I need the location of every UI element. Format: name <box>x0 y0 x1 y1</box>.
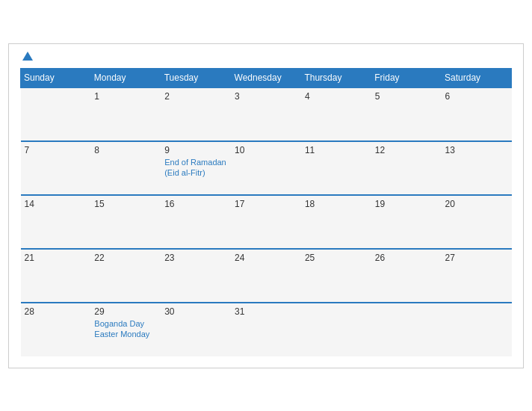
day-number: 9 <box>164 145 227 155</box>
calendar-cell: 6 <box>442 87 512 141</box>
day-number: 20 <box>445 199 508 209</box>
calendar-cell: 12 <box>371 141 442 195</box>
calendar-cell: 23 <box>161 249 231 303</box>
calendar-cell: 26 <box>371 249 442 303</box>
day-number: 12 <box>375 145 438 155</box>
calendar-cell: 20 <box>442 195 512 249</box>
day-number: 14 <box>25 199 87 209</box>
day-number: 17 <box>235 199 297 209</box>
weekday-header-row: SundayMondayTuesdayWednesdayThursdayFrid… <box>21 68 512 87</box>
holiday-label: Boganda Day <box>94 318 157 329</box>
holiday-label: Easter Monday <box>94 329 157 339</box>
day-number: 10 <box>235 145 297 155</box>
calendar-cell: 30 <box>161 303 231 356</box>
day-number: 24 <box>235 253 297 263</box>
day-number: 28 <box>25 306 87 317</box>
calendar-cell: 29Boganda DayEaster Monday <box>90 303 161 356</box>
logo-blue-text <box>20 52 33 61</box>
day-number: 31 <box>235 306 297 317</box>
logo <box>20 52 33 61</box>
day-number: 2 <box>164 91 227 102</box>
calendar-cell: 13 <box>442 141 512 195</box>
calendar-cell: 1 <box>90 87 161 141</box>
calendar-week-row: 21222324252627 <box>21 249 512 303</box>
weekday-header-thursday: Thursday <box>301 68 371 87</box>
calendar-cell: 15 <box>90 195 161 249</box>
calendar-cell: 27 <box>442 249 512 303</box>
day-number: 30 <box>164 306 227 317</box>
day-number: 22 <box>94 253 157 263</box>
day-number: 11 <box>305 145 368 155</box>
calendar-cell: 8 <box>90 141 161 195</box>
calendar-cell: 25 <box>301 249 371 303</box>
calendar-header <box>20 52 512 61</box>
weekday-header-tuesday: Tuesday <box>161 68 231 87</box>
day-number: 7 <box>25 145 87 155</box>
day-number: 3 <box>235 91 297 102</box>
day-number: 25 <box>305 253 368 263</box>
day-number: 15 <box>94 199 157 209</box>
calendar-cell: 22 <box>90 249 161 303</box>
day-number: 16 <box>164 199 227 209</box>
day-number: 21 <box>25 253 87 263</box>
calendar-container: SundayMondayTuesdayWednesdayThursdayFrid… <box>8 43 524 368</box>
calendar-week-row: 14151617181920 <box>21 195 512 249</box>
calendar-cell: 11 <box>301 141 371 195</box>
calendar-cell: 24 <box>231 249 301 303</box>
calendar-cell <box>21 87 91 141</box>
calendar-cell: 19 <box>371 195 442 249</box>
logo-triangle-icon <box>22 52 33 61</box>
calendar-cell: 17 <box>231 195 301 249</box>
weekday-header-friday: Friday <box>371 68 442 87</box>
calendar-cell: 21 <box>21 249 91 303</box>
weekday-header-sunday: Sunday <box>21 68 91 87</box>
weekday-header-monday: Monday <box>90 68 161 87</box>
day-number: 4 <box>305 91 368 102</box>
calendar-cell: 18 <box>301 195 371 249</box>
weekday-header-saturday: Saturday <box>442 68 512 87</box>
calendar-cell: 31 <box>231 303 301 356</box>
day-number: 26 <box>375 253 438 263</box>
calendar-cell: 5 <box>371 87 442 141</box>
day-number: 5 <box>375 91 438 102</box>
day-number: 8 <box>94 145 157 155</box>
calendar-cell: 16 <box>161 195 231 249</box>
day-number: 23 <box>164 253 227 263</box>
day-number: 19 <box>375 199 438 209</box>
day-number: 29 <box>94 306 157 317</box>
day-number: 27 <box>445 253 508 263</box>
calendar-week-row: 2829Boganda DayEaster Monday3031 <box>21 303 512 356</box>
day-number: 1 <box>94 91 157 102</box>
calendar-cell <box>442 303 512 356</box>
calendar-cell: 7 <box>21 141 91 195</box>
calendar-cell: 9End of Ramadan (Eid al-Fitr) <box>161 141 231 195</box>
calendar-cell: 28 <box>21 303 91 356</box>
calendar-table: SundayMondayTuesdayWednesdayThursdayFrid… <box>20 68 512 356</box>
calendar-week-row: 789End of Ramadan (Eid al-Fitr)10111213 <box>21 141 512 195</box>
day-number: 13 <box>445 145 508 155</box>
calendar-cell <box>371 303 442 356</box>
calendar-cell: 10 <box>231 141 301 195</box>
calendar-cell: 14 <box>21 195 91 249</box>
day-number: 6 <box>445 91 508 102</box>
holiday-label: End of Ramadan (Eid al-Fitr) <box>164 157 227 179</box>
calendar-cell: 4 <box>301 87 371 141</box>
calendar-cell <box>301 303 371 356</box>
calendar-cell: 2 <box>161 87 231 141</box>
day-number: 18 <box>305 199 368 209</box>
calendar-cell: 3 <box>231 87 301 141</box>
weekday-header-wednesday: Wednesday <box>231 68 301 87</box>
calendar-week-row: 123456 <box>21 87 512 141</box>
